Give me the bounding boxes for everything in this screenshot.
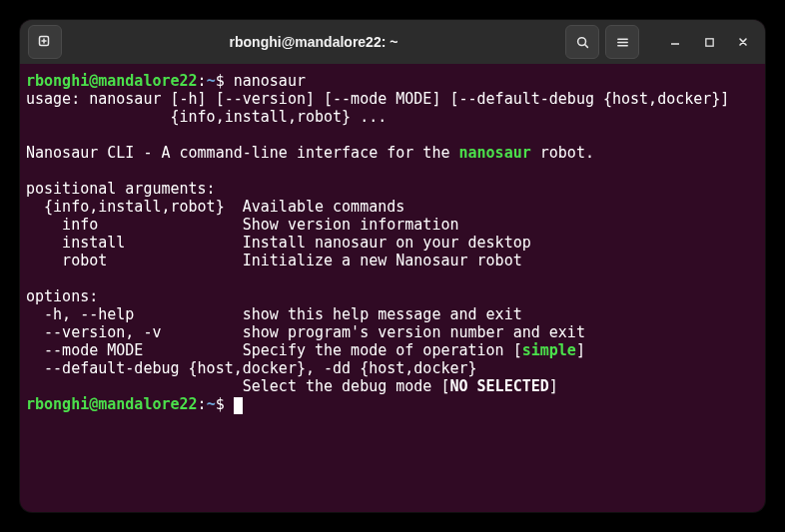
output-opts-2: --version, -v show program's version num… (26, 323, 585, 341)
prompt-line-1: rbonghi@mandalore22:~$ nanosaur (26, 72, 306, 90)
nanosaur-link: nanosaur (458, 144, 530, 162)
output-usage-1: usage: nanosaur [-h] [--version] [--mode… (26, 90, 729, 108)
svg-rect-2 (705, 38, 712, 45)
output-usage-2: {info,install,robot} ... (26, 108, 387, 126)
search-button[interactable] (565, 25, 599, 59)
terminal-window: rbonghi@mandalore22: ~ (20, 20, 765, 512)
output-opts-3: --mode MODE Specify the mode of operatio… (26, 341, 585, 359)
prompt-user: rbonghi (26, 72, 89, 90)
maximize-icon (704, 37, 715, 48)
prompt-line-2: rbonghi@mandalore22:~$ (26, 395, 243, 413)
output-posargs-3: install Install nanosaur on your desktop (26, 234, 531, 252)
prompt-path: ~ (207, 72, 216, 90)
output-opts-5: Select the debug mode [NO SELECTED] (26, 377, 558, 395)
output-posargs-1: {info,install,robot} Available commands (26, 198, 404, 216)
titlebar: rbonghi@mandalore22: ~ (20, 20, 765, 64)
output-posargs-4: robot Initialize a new Nanosaur robot (26, 252, 522, 269)
output-posargs-header: positional arguments: (26, 180, 216, 198)
terminal-body[interactable]: rbonghi@mandalore22:~$ nanosaur usage: n… (20, 64, 765, 512)
window-title: rbonghi@mandalore22: ~ (70, 34, 557, 50)
output-posargs-2: info Show version information (26, 216, 458, 234)
new-tab-icon (37, 34, 53, 50)
maximize-button[interactable] (695, 28, 723, 56)
minimize-button[interactable] (661, 28, 689, 56)
debug-mode-value: NO SELECTED (449, 377, 548, 395)
close-button[interactable] (729, 28, 757, 56)
command-input: nanosaur (234, 72, 306, 90)
cursor (234, 397, 243, 414)
output-opts-header: options: (26, 287, 98, 305)
mode-value: simple (522, 341, 576, 359)
prompt-dollar: $ (216, 72, 225, 90)
close-icon (737, 36, 749, 48)
output-desc: Nanosaur CLI - A command-line interface … (26, 144, 594, 162)
new-tab-button[interactable] (28, 25, 62, 59)
hamburger-icon (615, 35, 630, 50)
search-icon (575, 35, 590, 50)
minimize-icon (669, 36, 681, 48)
prompt-host: mandalore22 (98, 72, 197, 90)
output-opts-1: -h, --help show this help message and ex… (26, 305, 522, 323)
hamburger-menu-button[interactable] (605, 25, 639, 59)
output-opts-4: --default-debug {host,docker}, -dd {host… (26, 359, 477, 377)
